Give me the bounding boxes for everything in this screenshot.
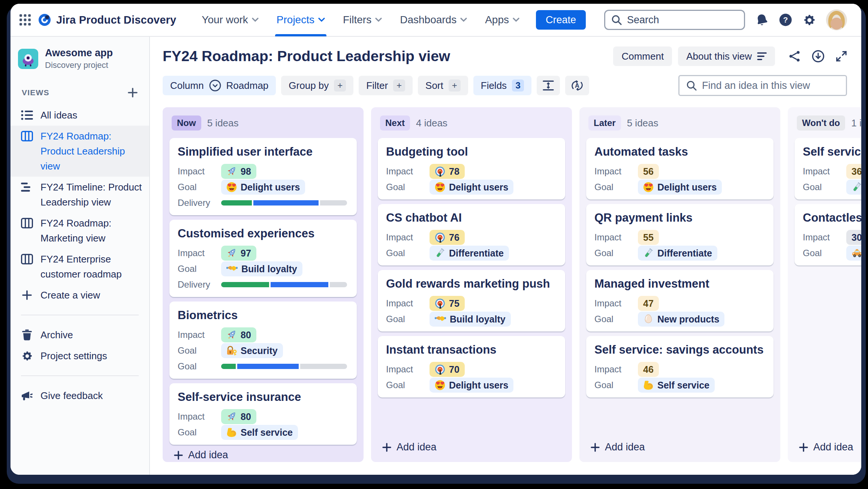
comment-button[interactable]: Comment (613, 46, 672, 66)
idea-card[interactable]: QR payment linksImpact 55Goal Differenti… (586, 204, 774, 266)
impact-pill[interactable]: 76 (430, 230, 465, 245)
create-button[interactable]: Create (536, 10, 586, 30)
sidebar-give-feedback[interactable]: Give feedback (10, 385, 149, 406)
group-by-chip[interactable]: Group by+ (281, 76, 353, 95)
project-header[interactable]: Awesome app Discovery project (10, 47, 149, 70)
goal-pill[interactable] (846, 246, 861, 261)
megaphone-icon (21, 390, 33, 401)
impact-pill[interactable]: 55 (638, 230, 659, 245)
plus-icon (174, 451, 183, 460)
idea-title: Self service: (803, 145, 861, 159)
board-icon (21, 131, 33, 141)
idea-card[interactable]: Automated tasksImpact 56Goal Delight use… (586, 138, 774, 200)
sort-alpha-chip[interactable]: A (565, 76, 589, 95)
field-label: Impact (594, 166, 638, 177)
impact-pill[interactable]: 70 (430, 362, 465, 377)
sidebar-view-3[interactable]: FY24 Roadmap: Marketing view (10, 213, 149, 249)
goal-pill[interactable]: Differentiate (846, 180, 861, 195)
idea-card[interactable]: Instant transactionsImpact 70Goal Deligh… (378, 336, 565, 398)
fields-chip[interactable]: Fields3 (473, 76, 531, 95)
goal-pill[interactable]: Differentiate (430, 246, 509, 261)
find-idea-input[interactable]: Find an idea in this view (678, 75, 847, 96)
idea-card[interactable]: Gold rewards marketing pushImpact 75Goal… (378, 270, 565, 332)
idea-title: Biometrics (178, 308, 349, 322)
global-search-input[interactable]: Search (604, 10, 745, 30)
impact-pill[interactable]: 36 (846, 164, 861, 179)
idea-card[interactable]: Self service:Impact 36Goal Differentiate (795, 138, 861, 200)
goal-pill[interactable]: Delight users (638, 180, 722, 195)
nav-item-filters[interactable]: Filters (334, 4, 391, 36)
share-icon[interactable] (789, 50, 801, 62)
goal-pill[interactable]: Self service (221, 425, 298, 440)
idea-card[interactable]: Managed investmentImpact 47Goal New prod… (586, 270, 774, 332)
help-icon[interactable]: ? (779, 13, 792, 27)
field-label: Goal (803, 248, 846, 258)
about-this-view-button[interactable]: About this view (678, 46, 775, 66)
filter-chip[interactable]: Filter+ (359, 76, 413, 95)
goal-pill[interactable]: Self service (638, 378, 715, 393)
sidebar-divider (21, 375, 139, 376)
impact-pill[interactable]: 30 (846, 230, 861, 245)
goal-pill[interactable]: Delight users (430, 180, 513, 195)
column-count: 1 idea (851, 117, 861, 129)
idea-card[interactable]: BiometricsImpact 80Goal SecurityGoal (169, 302, 357, 379)
impact-pill[interactable]: 47 (638, 296, 659, 311)
plus-icon (382, 443, 391, 452)
add-idea-button[interactable]: Add idea (378, 437, 565, 459)
sidebar-view-0[interactable]: All ideas (10, 105, 149, 126)
add-idea-button[interactable]: Add idea (169, 445, 357, 462)
impact-pill[interactable]: 46 (638, 362, 659, 377)
notifications-icon[interactable] (756, 14, 768, 26)
impact-pill[interactable]: 56 (638, 164, 659, 179)
goal-pill[interactable]: Build loyalty (221, 261, 302, 276)
goal-pill[interactable]: Build loyalty (430, 312, 511, 327)
chevron-down-icon (252, 18, 259, 22)
app-switcher-icon[interactable] (19, 14, 31, 26)
impact-pill[interactable]: 98 (221, 164, 256, 179)
idea-card[interactable]: ContactlessImpact 30Goal (795, 204, 861, 266)
goal-pill[interactable]: Differentiate (638, 246, 717, 261)
nav-item-projects[interactable]: Projects (268, 4, 334, 36)
search-icon (611, 15, 622, 25)
export-icon[interactable] (812, 50, 825, 63)
idea-card[interactable]: Self-service insuranceImpact 80Goal Self… (169, 383, 357, 445)
add-idea-button[interactable]: Add idea (795, 437, 861, 459)
sidebar-view-4[interactable]: FY24 Enterprise customer roadmap (10, 249, 149, 285)
impact-pill[interactable]: 80 (221, 409, 256, 424)
nav-item-dashboards[interactable]: Dashboards (391, 4, 476, 36)
impact-pill[interactable]: 75 (430, 296, 465, 311)
row-height-chip[interactable] (537, 76, 560, 95)
sidebar-project-settings[interactable]: Project settings (10, 345, 149, 366)
idea-title: Contactless (803, 211, 861, 225)
goal-pill[interactable]: Delight users (430, 378, 513, 393)
add-idea-button[interactable]: Add idea (586, 437, 774, 459)
sidebar-view-1[interactable]: FY24 Roadmap: Product Leadership view (10, 126, 149, 177)
sidebar-archive[interactable]: Archive (10, 324, 149, 345)
flexed-biceps-icon (226, 427, 237, 438)
impact-pill[interactable]: 78 (430, 164, 465, 179)
fullscreen-icon[interactable] (836, 51, 847, 62)
idea-card[interactable]: Budgeting toolImpact 78Goal Delight user… (378, 138, 565, 200)
sidebar-view-5[interactable]: Create a view (10, 285, 149, 306)
goal-pill[interactable]: Delight users (221, 180, 305, 195)
sidebar-view-2[interactable]: FY24 Timeline: Product Leadership view (10, 177, 149, 213)
nav-item-apps[interactable]: Apps (476, 4, 528, 36)
field-label: Impact (386, 166, 430, 177)
goal-pill[interactable]: Security (221, 343, 283, 358)
settings-icon[interactable] (803, 14, 816, 26)
goal-pill[interactable]: New products (638, 312, 724, 327)
user-avatar[interactable] (826, 9, 847, 30)
idea-card[interactable]: Simplified user interfaceImpact 98Goal D… (169, 138, 357, 215)
impact-pill[interactable]: 97 (221, 246, 256, 261)
field-label: Goal (178, 427, 221, 438)
sort-chip[interactable]: Sort+ (418, 76, 468, 95)
idea-card[interactable]: Self service: savings accountsImpact 46G… (586, 336, 774, 398)
idea-card[interactable]: Customised experiencesImpact 97Goal Buil… (169, 220, 357, 297)
idea-card[interactable]: CS chatbot AIImpact 76Goal Differentiate (378, 204, 565, 266)
nav-item-your-work[interactable]: Your work (193, 4, 267, 36)
add-view-icon[interactable] (127, 87, 138, 98)
brand[interactable]: Jira Product Discovery (38, 14, 176, 26)
field-label: Goal (594, 182, 638, 192)
column-roadmap-chip[interactable]: Column Roadmap (163, 76, 276, 95)
impact-pill[interactable]: 80 (221, 327, 256, 342)
